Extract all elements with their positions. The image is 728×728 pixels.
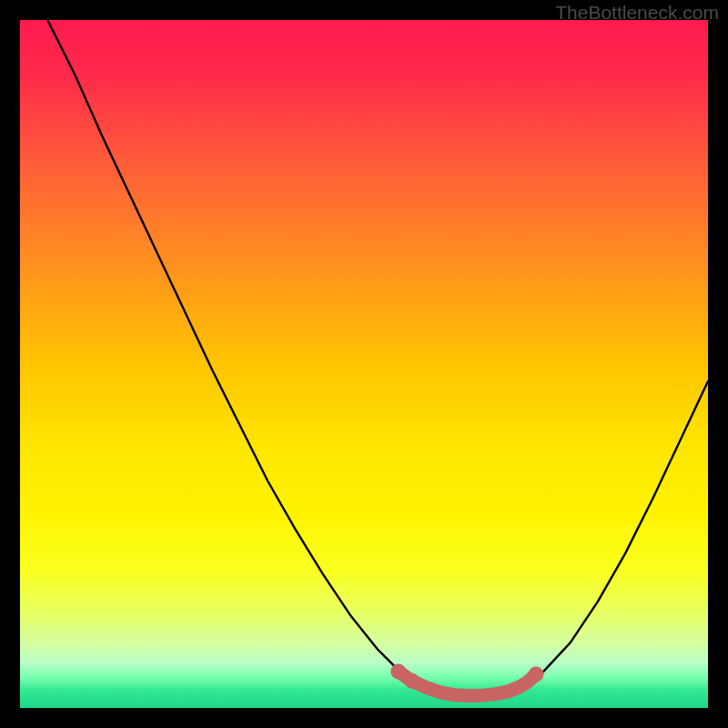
marker-dot	[404, 673, 420, 689]
plot-area	[20, 20, 708, 708]
marker-dot	[390, 663, 406, 679]
marker-dot	[529, 666, 544, 682]
outer-frame: TheBottleneck.com	[0, 0, 728, 728]
gradient-background	[20, 20, 708, 708]
chart-svg	[20, 20, 708, 708]
